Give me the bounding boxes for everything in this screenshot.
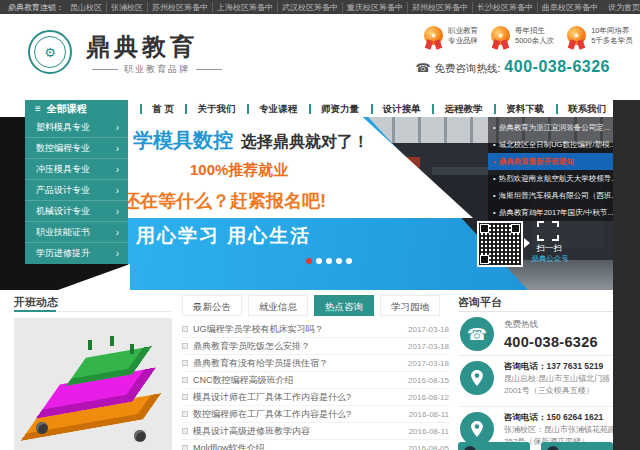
carousel-dot[interactable] bbox=[326, 258, 332, 264]
qq-consult-button[interactable] bbox=[541, 442, 613, 450]
item-date: 2016-08-05 bbox=[408, 444, 449, 450]
topbar-campus-link[interactable]: 武汉校区筹备中 bbox=[277, 2, 342, 13]
list-item[interactable]: 数控编程师在工厂具体工作内容是什么? 2016-08-11 bbox=[182, 406, 449, 423]
banner-news-item[interactable]: • 鼎典教育鸡年2017年国庆/中秋节... bbox=[488, 204, 613, 221]
course-menu-item[interactable]: 数控编程专业 › bbox=[25, 138, 128, 159]
campus-phone: 咨询电话：150 6264 1621 bbox=[504, 412, 613, 424]
nav-item-about[interactable]: 关于我们 bbox=[185, 104, 235, 114]
free-hotline-label: 免费热线 bbox=[504, 319, 598, 331]
medal-icon: ★ bbox=[424, 26, 443, 45]
square-bullet-icon bbox=[182, 343, 188, 349]
square-bullet-icon bbox=[182, 394, 188, 400]
campus-contact-block: 咨询电话：137 7631 5219 昆山总校:昆山市玉山镇北门路 2001号（… bbox=[458, 361, 613, 397]
qr-account-caption: 鼎典公众号 bbox=[527, 254, 573, 264]
item-date: 2017-03-18 bbox=[408, 342, 449, 351]
badge-line: 职业教育 bbox=[448, 26, 478, 36]
list-item[interactable]: Moldflow软件介绍 2016-08-05 bbox=[182, 440, 449, 450]
banner-news-item[interactable]: • 热烈欢迎南京航空航天大学校领导... bbox=[488, 170, 613, 187]
nav-item-downloads[interactable]: 资料下载 bbox=[494, 104, 544, 114]
bullet-icon: • bbox=[493, 191, 496, 200]
course-menu-item[interactable]: 机械设计专业 › bbox=[25, 201, 128, 222]
site-title[interactable]: 鼎典教育 bbox=[86, 31, 198, 63]
square-bullet-icon bbox=[182, 428, 188, 434]
bullet-icon: • bbox=[493, 174, 496, 183]
all-courses-button[interactable]: ≡ 全部课程 bbox=[25, 100, 128, 117]
list-item[interactable]: 模具设计高级进修班教学内容 2016-08-11 bbox=[182, 423, 449, 440]
carousel-dot[interactable] bbox=[316, 258, 322, 264]
square-bullet-icon bbox=[182, 377, 188, 383]
contact-panel-title: 咨询平台 bbox=[458, 295, 502, 310]
list-item[interactable]: UG编程学员学校有机床实习吗？ 2017-03-18 bbox=[182, 321, 449, 338]
banner-news-item-highlighted[interactable]: • 鼎典教育最新开班通知 bbox=[488, 153, 613, 170]
course-menu-item[interactable]: 职业技能证书 › bbox=[25, 222, 128, 243]
tab-employment-info[interactable]: 就业信息 bbox=[248, 295, 308, 316]
course-menu-item[interactable]: 学历进修提升 › bbox=[25, 243, 128, 264]
page: 鼎典教育连锁： 昆山校区 张浦校区 苏州校区筹备中 上海校区筹备中 武汉校区筹备… bbox=[0, 0, 640, 450]
nav-item-home[interactable]: 首 页 bbox=[140, 104, 174, 114]
topbar-campus-link[interactable]: 苏州校区筹备中 bbox=[147, 2, 212, 13]
badge: ★ 每年招生 5000余人次 bbox=[491, 26, 554, 46]
nav-item-courses[interactable]: 专业课程 bbox=[247, 104, 297, 114]
logo-emblem[interactable]: ⚙ bbox=[28, 30, 72, 74]
list-item[interactable]: 鼎典教育有没有给学员提供住宿？ 2017-03-18 bbox=[182, 355, 449, 372]
banner-news-item[interactable]: • 海斯坦普汽车模具有限公司（西班... bbox=[488, 187, 613, 204]
divider bbox=[458, 311, 613, 312]
tab-study-corner[interactable]: 学习园地 bbox=[380, 295, 440, 316]
nav-item-design-orders[interactable]: 设计接单 bbox=[371, 104, 421, 114]
contact-panel: 咨询平台 ☎ 免费热线 400-038-6326 咨询电话：137 7631 5… bbox=[458, 290, 613, 450]
headline-highlight: 学模具数控 bbox=[133, 127, 233, 154]
list-item[interactable]: 模具设计师在工厂具体工作内容是什么? 2016-08-12 bbox=[182, 389, 449, 406]
banner-news-item[interactable]: • 鼎典教育为浙江宜润装备公司定... bbox=[488, 119, 613, 136]
qq-consult-button[interactable] bbox=[458, 442, 530, 450]
nav-item-remote-teaching[interactable]: 远程教学 bbox=[432, 104, 482, 114]
hotline-number: 400-038-6326 bbox=[504, 58, 610, 76]
campus-address: 2001号（三众模具五楼） bbox=[504, 385, 610, 397]
course-menu-item[interactable]: 产品设计专业 › bbox=[25, 180, 128, 201]
nav-item-contact[interactable]: 联系我们 bbox=[556, 104, 606, 114]
free-hotline-block: ☎ 免费热线 400-038-6326 bbox=[458, 317, 613, 351]
qq-consult-buttons bbox=[458, 442, 613, 450]
badge-line: 5千多名学员 bbox=[591, 36, 633, 46]
topbar-campus-link[interactable]: 上海校区筹备中 bbox=[212, 2, 277, 13]
topbar-campus-link[interactable]: 张浦校区 bbox=[106, 2, 147, 13]
gear-icon: ⚙ bbox=[34, 36, 66, 68]
topbar-campus-link[interactable]: 重庆校区筹备中 bbox=[342, 2, 407, 13]
mold-3d-image[interactable] bbox=[14, 318, 172, 450]
course-menu-item[interactable]: 塑料模具专业 › bbox=[25, 117, 128, 138]
bullet-icon: • bbox=[493, 123, 496, 132]
square-bullet-icon bbox=[182, 445, 188, 450]
banner-headline: 学模具数控 选择鼎典就对了！ bbox=[133, 127, 369, 154]
list-item[interactable]: CNC数控编程高级班介绍 2016-08-15 bbox=[182, 372, 449, 389]
topbar-campus-link[interactable]: 曲阜校区筹备中 bbox=[537, 2, 602, 13]
banner-news-item[interactable]: • 城北校区全日制UG数控编程/塑模... bbox=[488, 136, 613, 153]
tab-latest-notices[interactable]: 最新公告 bbox=[182, 295, 242, 316]
topbar-brand: 鼎典教育连锁： bbox=[8, 2, 64, 13]
bullet-icon: • bbox=[493, 208, 496, 217]
campus-address: 昆山总校:昆山市玉山镇北门路 bbox=[504, 373, 610, 385]
carousel-dot[interactable] bbox=[336, 258, 342, 264]
badge-text: 职业教育 专业品牌 bbox=[448, 26, 478, 46]
item-date: 2016-08-12 bbox=[408, 393, 449, 402]
list-item[interactable]: 鼎典教育学员吃饭怎么安排？ 2017-03-18 bbox=[182, 338, 449, 355]
item-date: 2017-03-18 bbox=[408, 325, 449, 334]
floating-side-panel[interactable] bbox=[613, 100, 640, 450]
nav-item-teachers[interactable]: 师资力量 bbox=[309, 104, 359, 114]
set-homepage-link[interactable]: 设为首页 bbox=[602, 2, 640, 13]
topbar-campus-link[interactable]: 郑州校区筹备中 bbox=[407, 2, 472, 13]
qq-icon bbox=[464, 446, 476, 450]
opening-classes-title: 开班动态 bbox=[14, 295, 58, 310]
carousel-dot[interactable] bbox=[346, 258, 352, 264]
medal-icon: ★ bbox=[491, 26, 510, 45]
course-menu-item[interactable]: 冲压模具专业 › bbox=[25, 159, 128, 180]
menu-icon: ≡ bbox=[35, 103, 41, 114]
chevron-right-icon: › bbox=[116, 248, 119, 259]
item-date: 2016-08-11 bbox=[409, 427, 449, 436]
banner-white-triangle bbox=[58, 264, 130, 290]
tab-hot-questions[interactable]: 热点咨询 bbox=[314, 295, 374, 316]
topbar-campus-link[interactable]: 长沙校区筹备中 bbox=[472, 2, 537, 13]
carousel-dot-active[interactable] bbox=[306, 258, 312, 264]
news-tabs: 最新公告 就业信息 热点咨询 学习园地 bbox=[182, 295, 440, 316]
hero-banner: 学模具数控 选择鼎典就对了！ 100%推荐就业 还在等什么？赶紧报名吧! 用心学… bbox=[0, 117, 640, 290]
square-bullet-icon bbox=[182, 411, 188, 417]
topbar-campus-link[interactable]: 昆山校区 bbox=[66, 2, 106, 13]
